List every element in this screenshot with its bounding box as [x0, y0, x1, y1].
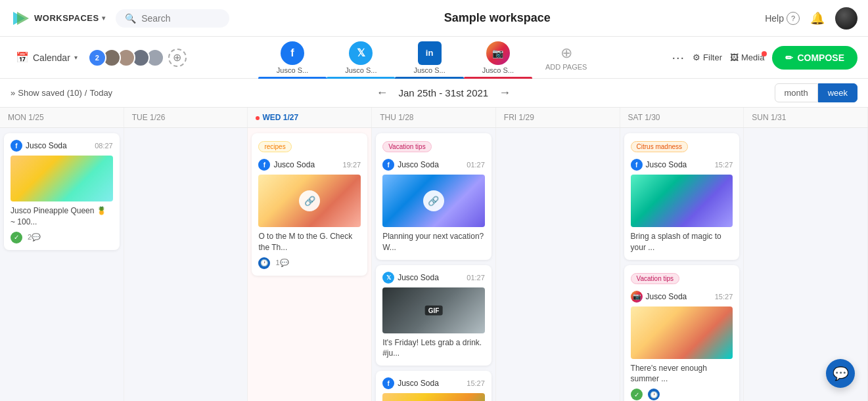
col-sunday [744, 128, 868, 401]
card-image-wrapper: 🔗 [258, 175, 361, 227]
col-thursday: Vacation tips f Jusco Soda 01:27 🔗 Plann… [372, 128, 496, 401]
card-header: 𝕏 Jusco Soda 01:27 [382, 272, 485, 284]
card-wed-1[interactable]: recipes f Jusco Soda 19:27 🔗 O to the M … [252, 133, 367, 276]
tab-instagram[interactable]: 📷 Jusco S... [464, 37, 532, 79]
calendar-chevron-icon: ▾ [74, 54, 78, 61]
calendar-icon: 📅 [16, 51, 29, 64]
tab-twitter[interactable]: 𝕏 Jusco S... [327, 37, 395, 79]
card-footer: ✓ 2💬 [11, 232, 113, 243]
card-image [631, 175, 733, 227]
card-header: f Jusco Soda 15:27 [631, 159, 733, 171]
clock-status-icon: 🕐 [258, 257, 270, 269]
card-image [631, 306, 733, 359]
filter-icon: ⚙ [693, 53, 700, 62]
search-input[interactable] [141, 13, 220, 24]
notifications-button[interactable]: 🔔 [810, 11, 825, 26]
add-pages-tab[interactable]: ⊕ ADD PAGES [532, 37, 600, 79]
comment-count: 2💬 [28, 233, 41, 242]
card-thu-2[interactable]: 𝕏 Jusco Soda 01:27 GIF It's Friday! Lets… [376, 265, 491, 366]
week-view-button[interactable]: week [818, 83, 857, 102]
card-account: 𝕏 Jusco Soda [382, 272, 439, 284]
next-week-button[interactable]: → [499, 86, 511, 100]
gif-overlay: GIF [425, 305, 443, 315]
double-chevron-icon: » [11, 88, 15, 98]
chevron-down-icon: ▾ [102, 14, 106, 22]
top-nav: WORKSPACES ▾ 🔍 Sample workspace Help ? 🔔 [0, 0, 868, 37]
card-text: O to the M to the G. Check the Th... [258, 231, 361, 253]
prev-week-button[interactable]: ← [376, 86, 388, 100]
col-tuesday [124, 128, 248, 401]
card-account: f Jusco Soda [11, 140, 67, 152]
check-status-icon: ✓ [631, 389, 643, 400]
col-monday: f Jusco Soda 08:27 Jusco Pineapple Queen… [0, 128, 124, 401]
logo-icon [11, 9, 29, 28]
help-label: Help [765, 13, 784, 24]
workspace-title: Sample workspace [444, 11, 551, 25]
filter-button[interactable]: ⚙ Filter [693, 53, 722, 62]
card-sat-1[interactable]: Citrus madness f Jusco Soda 15:27 Bring … [624, 133, 740, 260]
card-tag: Citrus madness [631, 141, 688, 152]
clock-status-icon: 🕐 [648, 389, 660, 400]
search-bar: 🔍 [116, 9, 229, 28]
today-label: Today [89, 88, 112, 98]
card-sat-2[interactable]: Vacation tips 📷 Jusco Soda 15:27 There's… [624, 265, 740, 401]
user-avatar[interactable] [835, 7, 857, 30]
fb-account-icon: f [631, 159, 643, 171]
calendar-nav: ← Jan 25th - 31st 2021 → [112, 86, 774, 100]
calendar-main: MON 1/25 TUE 1/26 WED 1/27 THU 1/28 FRI … [0, 108, 868, 401]
nav-right: Help ? 🔔 [765, 7, 857, 30]
card-account: f Jusco Soda [382, 377, 439, 389]
card-text: Bring a splash of magic to your ... [631, 231, 733, 253]
svg-marker-1 [17, 12, 29, 25]
help-button[interactable]: Help ? [765, 12, 800, 25]
card-footer: 🕐 1💬 [258, 257, 361, 269]
link-overlay-icon: 🔗 [423, 190, 444, 211]
tw-account-icon: 𝕏 [382, 272, 394, 284]
card-account: f Jusco Soda [631, 159, 687, 171]
date-range: Jan 25th - 31st 2021 [398, 87, 488, 98]
calendar-body: f Jusco Soda 08:27 Jusco Pineapple Queen… [0, 128, 868, 401]
media-label: Media [741, 53, 764, 62]
twitter-tab-label: Jusco S... [345, 66, 377, 74]
calendar-button[interactable]: 📅 Calendar ▾ [11, 49, 83, 66]
instagram-tab-label: Jusco S... [482, 66, 514, 74]
tab-linkedin[interactable]: in Jusco S... [395, 37, 463, 79]
show-saved-button[interactable]: » Show saved (10) / Today [11, 88, 112, 98]
social-tabs: f Jusco S... 𝕏 Jusco S... in Jusco S... … [187, 37, 672, 79]
media-icon: 🖼 [730, 53, 739, 62]
separator: / [85, 88, 87, 98]
day-header-wed: WED 1/27 [248, 108, 372, 127]
view-toggle: month week [775, 83, 858, 102]
linkedin-tab-label: Jusco S... [413, 66, 445, 74]
fb-account-icon: f [11, 140, 22, 152]
add-pages-icon: ⊕ [560, 45, 572, 62]
compose-button[interactable]: ✏ COMPOSE [772, 46, 857, 70]
add-person-button[interactable]: ⊕ [168, 49, 187, 67]
month-view-button[interactable]: month [775, 83, 818, 102]
more-options-button[interactable]: ··· [672, 50, 685, 65]
logo [11, 9, 29, 28]
card-thu-1[interactable]: Vacation tips f Jusco Soda 01:27 🔗 Plann… [376, 133, 491, 260]
day-header-fri: FRI 1/29 [496, 108, 620, 127]
facebook-icon: f [281, 41, 304, 65]
workspaces-button[interactable]: WORKSPACES ▾ [34, 13, 105, 23]
card-account: 📷 Jusco Soda [631, 291, 687, 303]
search-icon: 🔍 [125, 13, 136, 24]
card-thu-3[interactable]: f Jusco Soda 15:27 [376, 371, 491, 401]
card-header: f Jusco Soda 15:27 [382, 377, 485, 389]
team-avatars: 2 [88, 49, 160, 67]
media-button[interactable]: 🖼 Media [730, 53, 764, 62]
chat-bubble-button[interactable]: 💬 [826, 359, 855, 388]
workspaces-label: WORKSPACES [34, 13, 99, 23]
card-tag: recipes [258, 141, 291, 152]
ig-account-icon: 📷 [631, 291, 643, 303]
card-mon-1[interactable]: f Jusco Soda 08:27 Jusco Pineapple Queen… [4, 133, 120, 250]
tab-facebook[interactable]: f Jusco S... [258, 37, 327, 79]
show-saved-label: Show saved (10) [18, 88, 82, 98]
comment-count: 1💬 [275, 259, 288, 267]
card-image [382, 393, 485, 401]
day-header-mon: MON 1/25 [0, 108, 124, 127]
compose-label: COMPOSE [797, 53, 844, 63]
social-nav: 📅 Calendar ▾ 2 ⊕ f Jusco S... 𝕏 Jusco S.… [0, 37, 868, 79]
team-count-badge: 2 [88, 49, 106, 67]
